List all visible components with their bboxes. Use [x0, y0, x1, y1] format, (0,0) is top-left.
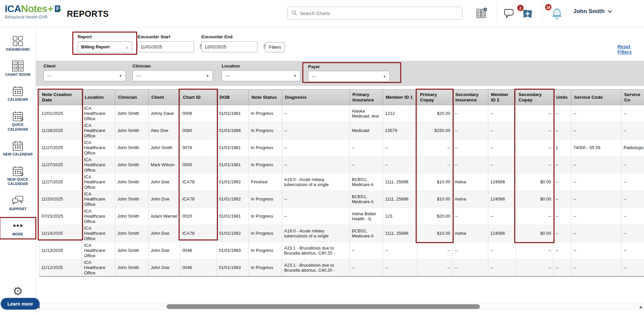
table-cell: -- — [621, 208, 644, 225]
table-cell: -- — [350, 259, 383, 276]
clinician-label: Clinician — [132, 63, 213, 69]
table-cell: Finished — [249, 173, 282, 190]
sidebar-item-label: CHART ROOM — [2, 73, 33, 77]
table-cell: John Doe — [149, 225, 180, 242]
table-cell: John Smith — [115, 156, 149, 173]
client-label: Client — [43, 63, 126, 69]
sidebar-item-chart-room[interactable]: CHART ROOM — [2, 60, 33, 77]
table-row[interactable]: 11/27/2025ICA Healthcare OfficeJohn Smit… — [39, 156, 644, 173]
payer-select[interactable]: --- ▼ — [308, 71, 390, 82]
sidebar-item-new-calendar[interactable]: NEW CALENDAR — [2, 139, 33, 157]
table-cell: John Doe — [149, 173, 180, 190]
table-cell: Adam Warner — [149, 208, 180, 225]
support-icon: ...... — [11, 194, 24, 207]
table-row[interactable]: 11/27/2025ICA Healthcare OfficeJohn Smit… — [39, 139, 644, 156]
table-cell: Johny Dave — [149, 105, 180, 122]
table-cell: ICA78 — [180, 225, 217, 242]
report-select[interactable]: Billing Report ⌄ — [78, 41, 132, 52]
table-cell: -- — [488, 242, 516, 259]
search-icon — [291, 10, 297, 17]
table-row[interactable]: 11/12/2025ICA Healthcare OfficeJohn Smit… — [39, 259, 644, 276]
svg-text:...: ... — [14, 199, 16, 202]
scrollbar-thumb[interactable] — [166, 304, 480, 309]
report-label: Report — [78, 34, 132, 39]
table-cell: 0080 — [180, 122, 217, 139]
horizontal-scrollbar: ◀ ▶ — [36, 303, 644, 310]
filters-button[interactable]: Filters — [265, 42, 285, 52]
table-cell: ICA Healthcare Office — [82, 156, 115, 173]
dropdown-arrow-icon: ▼ — [383, 75, 386, 78]
icanotes-logo[interactable]: ICANotes+ Behavioral Health EHR — [5, 4, 62, 19]
sidebar-item-dashboard[interactable]: DASHBOARD — [2, 35, 33, 52]
scroll-right-arrow[interactable]: ▶ — [640, 305, 643, 309]
table-cell: 1111, 25896 — [383, 190, 417, 208]
learn-more-button[interactable]: Learn more — [1, 298, 40, 310]
table-row[interactable]: 11/27/2025ICA Healthcare OfficeJohn Smit… — [39, 173, 644, 190]
table-cell: ICA Healthcare Office — [82, 105, 115, 122]
table-row[interactable]: 07/23/2025ICA Healthcare OfficeJohn Smit… — [39, 208, 644, 225]
table-cell: -- — [554, 225, 571, 242]
sidebar-item-new-quick-calendar[interactable]: NEW QUICK CALENDAR — [2, 165, 33, 186]
report-filter-group: Report Billing Report ⌄ — [72, 32, 137, 55]
sidebar-item-quick-calendar[interactable]: QUICK CALENDAR — [2, 110, 33, 132]
table-row[interactable]: 12/01/2025ICA Healthcare OfficeJohn Smit… — [39, 105, 644, 122]
table-row[interactable]: 11/28/2025ICA Healthcare OfficeJohn Smit… — [39, 122, 644, 139]
location-label: Location — [222, 63, 300, 69]
flag-add-icon[interactable] — [522, 9, 533, 20]
table-cell: -- — [488, 259, 516, 276]
table-cell: -- — [554, 173, 571, 190]
table-cell: In Progress — [249, 156, 282, 173]
table-cell: 11/20/2025 — [39, 190, 82, 208]
billing-report-table-wrap: Note Creation DateLocationClinicianClien… — [39, 89, 644, 277]
table-cell: -- — [571, 208, 621, 225]
table-cell: -- — [282, 190, 350, 208]
client-filter-group: Client --- ▼ — [43, 63, 126, 81]
table-cell: -- — [383, 156, 417, 173]
encounter-start-input[interactable] — [141, 44, 200, 49]
table-cell: BCBS1, Medicare A — [350, 173, 383, 190]
clinician-select[interactable]: --- ▼ — [132, 70, 213, 81]
table-row[interactable]: 11/13/2025ICA Healthcare OfficeJohn Smit… — [39, 242, 644, 259]
page-title: REPORTS — [67, 9, 109, 19]
more-icon — [11, 219, 24, 232]
table-cell: Radiologic — [621, 139, 644, 156]
column-header: Member ID 2 — [488, 90, 516, 105]
client-select[interactable]: --- ▼ — [43, 70, 126, 81]
table-cell: -- — [488, 156, 516, 173]
table-cell: -- — [571, 156, 621, 173]
search-input[interactable] — [300, 11, 459, 16]
table-cell: 01/01/1981 — [217, 208, 249, 225]
table-header-row: Note Creation DateLocationClinicianClien… — [39, 90, 644, 105]
encounter-end-input[interactable] — [204, 44, 264, 49]
table-cell: 01/01/1983 — [217, 259, 249, 276]
location-select[interactable]: --- ▼ — [222, 70, 300, 81]
logo-plus: + — [48, 4, 53, 14]
table-cell: $250.00 — [417, 122, 453, 139]
table-cell: 0005 — [180, 156, 217, 173]
reset-filters-link[interactable]: Reset Filters — [617, 44, 644, 55]
table-row[interactable]: 11/14/2025ICA Healthcare OfficeJohn Smit… — [39, 225, 644, 242]
sidebar-item-support[interactable]: ......SUPPORT — [2, 194, 33, 212]
sidebar-item-calendar[interactable]: CALENDAR — [2, 85, 33, 102]
notifications-bell-icon[interactable] — [551, 7, 563, 21]
messages-icon[interactable]: ... — [504, 9, 515, 19]
table-row[interactable]: 11/20/2025ICA Healthcare OfficeJohn Smit… — [39, 190, 644, 208]
table-cell: In Progress — [249, 139, 282, 156]
chart-cabinet-add-icon[interactable] — [476, 7, 487, 21]
table-cell: 0078 — [180, 139, 217, 156]
sidebar-item-label: NEW QUICK CALENDAR — [2, 177, 33, 186]
settings-gear-icon[interactable]: ⚙ — [13, 285, 23, 297]
sidebar-item-more[interactable]: MORE — [0, 217, 36, 240]
table-cell: 0046 — [180, 259, 217, 276]
table-cell: 01/01/1988 — [217, 122, 249, 139]
table-cell: -- — [554, 105, 571, 122]
table-cell: -- — [554, 242, 571, 259]
table-cell: -- — [453, 139, 488, 156]
table-cell: ICA Healthcare Office — [82, 190, 115, 208]
table-cell: John Smith — [115, 259, 149, 276]
table-cell: -- — [282, 105, 350, 122]
user-menu[interactable]: John Smith — [573, 8, 612, 15]
table-cell: -- — [516, 156, 554, 173]
table-cell: -- — [282, 139, 350, 156]
report-select-value: Billing Report — [81, 44, 110, 49]
